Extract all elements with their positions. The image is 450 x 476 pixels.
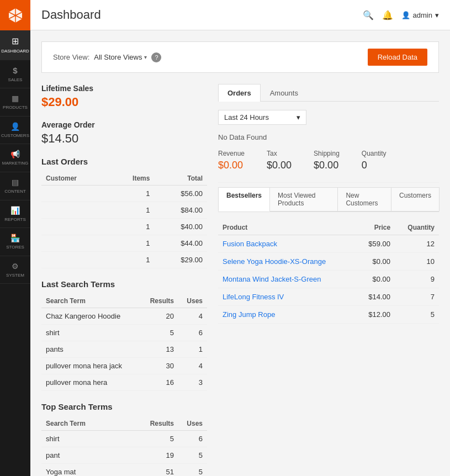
table-row: Zing Jump Rope $12.00 5 <box>218 306 439 324</box>
main-content: Dashboard 🔍 🔔 👤 admin ▾ Store View: All … <box>30 0 450 476</box>
top-search-terms-section: Top Search Terms Search Term Results Use… <box>41 402 207 476</box>
product-link[interactable]: LifeLong Fitness IV <box>223 293 284 301</box>
tax-block: Tax $0.00 <box>267 150 292 171</box>
product-link[interactable]: Montana Wind Jacket-S-Green <box>223 275 321 283</box>
search-icon[interactable]: 🔍 <box>363 10 374 20</box>
table-row: Selene Yoga Hoodie-XS-Orange $0.00 10 <box>218 253 439 271</box>
top-search-results: 19 <box>140 447 178 464</box>
list-item: shirt 5 6 <box>41 431 207 447</box>
product-link[interactable]: Zing Jump Rope <box>223 310 275 319</box>
col-total: Total <box>154 172 207 186</box>
order-items: 1 <box>109 252 154 268</box>
reload-data-button[interactable]: Reload Data <box>368 49 427 66</box>
sidebar-item-stores[interactable]: 🏪 Stores <box>0 228 30 256</box>
system-icon: ⚙ <box>12 262 19 271</box>
magento-logo[interactable] <box>0 0 30 30</box>
sidebar-item-marketing[interactable]: 📢 Marketing <box>0 144 30 172</box>
help-icon[interactable]: ? <box>151 52 161 62</box>
shipping-value: $0.00 <box>314 160 340 171</box>
order-customer <box>41 235 109 252</box>
marketing-icon: 📢 <box>10 150 20 158</box>
divider <box>218 182 439 183</box>
products-icon: ▦ <box>12 94 19 103</box>
top-search-term: shirt <box>41 431 140 447</box>
prod-col-product: Product <box>218 220 357 235</box>
store-view-bar: Store View: All Store Views ▾ ? Reload D… <box>41 41 439 73</box>
store-view-select[interactable]: All Store Views ▾ <box>94 53 147 61</box>
col-items: Items <box>109 172 154 186</box>
order-customer <box>41 202 109 219</box>
user-menu[interactable]: 👤 admin ▾ <box>401 11 439 19</box>
product-price: $59.00 <box>357 235 395 253</box>
top-search-uses: 6 <box>178 431 207 447</box>
header-actions: 🔍 🔔 👤 admin ▾ <box>363 10 439 20</box>
stores-icon: 🏪 <box>10 234 20 242</box>
product-link[interactable]: Selene Yoga Hoodie-XS-Orange <box>223 257 326 266</box>
top-search-uses: 5 <box>178 447 207 464</box>
last-orders-table: Customer Items Total 1 $56.00 1 $8 <box>41 172 207 268</box>
sales-icon: $ <box>13 66 17 75</box>
product-qty: 10 <box>395 253 439 271</box>
sidebar-item-customers[interactable]: 👤 Customers <box>0 117 30 145</box>
sub-tab-new-customers[interactable]: New Customers <box>337 187 391 211</box>
product-qty: 12 <box>395 235 439 253</box>
quantity-label: Quantity <box>362 150 387 157</box>
product-name: Selene Yoga Hoodie-XS-Orange <box>218 253 357 271</box>
sidebar-label-system: System <box>6 273 24 278</box>
search-uses: 4 <box>178 358 207 374</box>
sub-tab-bestsellers[interactable]: Bestsellers <box>218 187 270 211</box>
left-column: Lifetime Sales $29.00 Average Order $14.… <box>41 84 207 476</box>
sidebar-item-system[interactable]: ⚙ System <box>0 256 30 284</box>
search-results: 13 <box>140 341 178 358</box>
tab-amounts[interactable]: Amounts <box>261 84 308 102</box>
sidebar-item-content[interactable]: ▤ Content <box>0 172 30 200</box>
sidebar-item-dashboard[interactable]: ⊞ Dashboard <box>0 30 30 60</box>
product-name: LifeLong Fitness IV <box>218 288 357 306</box>
tab-orders[interactable]: Orders <box>218 84 261 102</box>
top-search-terms-table: Search Term Results Uses shirt 5 6pant 1… <box>41 417 207 476</box>
revenue-label: Revenue <box>218 150 245 157</box>
product-price: $12.00 <box>357 306 395 324</box>
search-results: 16 <box>140 374 178 391</box>
time-filter-dropdown[interactable]: Last 24 Hours ▾ <box>218 110 306 125</box>
last-search-terms-table: Search Term Results Uses Chaz Kangeroo H… <box>41 294 207 391</box>
table-row: Fusion Backpack $59.00 12 <box>218 235 439 253</box>
tst-col-uses: Uses <box>178 417 207 431</box>
order-total: $40.00 <box>154 219 207 235</box>
prod-col-quantity: Quantity <box>395 220 439 235</box>
sidebar-item-reports[interactable]: 📊 Reports <box>0 200 30 229</box>
sub-tab-most-viewed[interactable]: Most Viewed Products <box>269 187 338 211</box>
sidebar-item-products[interactable]: ▦ Products <box>0 88 30 117</box>
list-item: shirt 5 6 <box>41 325 207 341</box>
product-price: $0.00 <box>357 253 395 271</box>
lifetime-sales-block: Lifetime Sales $29.00 <box>41 84 207 109</box>
col-customer: Customer <box>41 172 109 186</box>
table-row: LifeLong Fitness IV $14.00 7 <box>218 288 439 306</box>
product-name: Zing Jump Rope <box>218 306 357 324</box>
tax-label: Tax <box>267 150 292 157</box>
product-qty: 9 <box>395 271 439 288</box>
sidebar-item-sales[interactable]: $ Sales <box>0 60 30 89</box>
order-customer <box>41 186 109 202</box>
notifications-icon[interactable]: 🔔 <box>382 10 393 20</box>
order-total: $56.00 <box>154 186 207 202</box>
product-link[interactable]: Fusion Backpack <box>223 240 277 248</box>
sub-tabs: Bestsellers Most Viewed Products New Cus… <box>218 187 439 212</box>
search-term: pullover mona hera jack <box>41 358 140 374</box>
store-view-chevron-icon: ▾ <box>144 54 147 60</box>
products-table: Product Price Quantity Fusion Backpack $… <box>218 220 439 324</box>
time-filter-chevron-icon: ▾ <box>297 113 300 121</box>
table-row: 1 $44.00 <box>41 235 207 252</box>
tax-value: $0.00 <box>267 160 292 171</box>
average-order-label: Average Order <box>41 120 207 129</box>
search-uses: 4 <box>178 308 207 325</box>
prod-col-price: Price <box>357 220 395 235</box>
sub-tab-customers[interactable]: Customers <box>391 187 440 211</box>
product-name: Fusion Backpack <box>218 235 357 253</box>
sidebar-label-stores: Stores <box>6 245 24 250</box>
lst-col-term: Search Term <box>41 294 140 308</box>
lst-col-uses: Uses <box>178 294 207 308</box>
search-term: pullover mona hera <box>41 374 140 391</box>
store-view-label: Store View: <box>53 53 89 61</box>
sidebar-label-products: Products <box>3 105 28 110</box>
